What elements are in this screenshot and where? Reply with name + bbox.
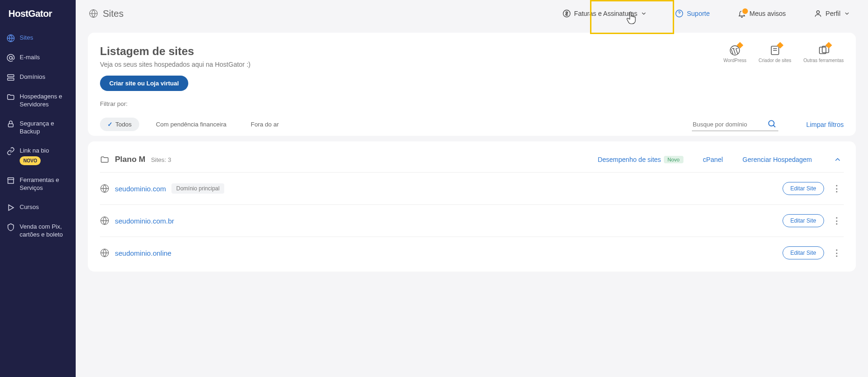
sidebar: HostGator Sites E-mails Domínios Hospeda… [0, 0, 76, 377]
create-site-button[interactable]: Criar site ou Loja virtual [100, 76, 188, 91]
novo-pill: Novo [664, 156, 683, 163]
chip-label: Todos [115, 121, 132, 128]
sidebar-item-label: Hospedagens e Servidores [20, 93, 69, 109]
dollar-icon [562, 9, 571, 18]
sidebar-item-security[interactable]: Segurança e Backup [0, 114, 76, 141]
quick-label: WordPress [724, 58, 747, 63]
plan-manage-link[interactable]: Gerenciar Hospedagem [742, 156, 812, 163]
svg-rect-4 [8, 124, 14, 127]
globe-icon [100, 248, 109, 258]
site-domain-link[interactable]: seudominio.com [115, 185, 166, 193]
chevron-down-icon [844, 10, 850, 17]
sidebar-item-label: Cursos [20, 203, 39, 211]
quick-builder[interactable]: Criador de sites [759, 45, 791, 63]
search-input[interactable] [692, 118, 778, 131]
svg-rect-3 [7, 78, 14, 81]
topnav-label: Suporte [687, 10, 710, 17]
site-domain-link[interactable]: seudominio.com.br [115, 217, 174, 225]
sidebar-item-hosting[interactable]: Hospedagens e Servidores [0, 87, 76, 114]
collapse-button[interactable] [832, 154, 844, 166]
plan-sites-count: Sites: 3 [151, 156, 171, 163]
topnav-label: Perfil [825, 10, 840, 17]
sidebar-item-domains[interactable]: Domínios [0, 68, 76, 87]
help-icon [675, 9, 683, 18]
clear-filters-link[interactable]: Limpar filtros [806, 121, 844, 128]
primary-domain-tag: Domínio principal [171, 183, 224, 194]
filter-chip-pending[interactable]: Com pendência financeira [149, 118, 234, 131]
filter-chip-offline[interactable]: Fora do ar [243, 118, 286, 131]
at-icon [7, 54, 15, 62]
topnav-notices[interactable]: Meus avisos [733, 7, 790, 21]
server-icon [7, 73, 15, 82]
site-domain-link[interactable]: seudominio.online [115, 249, 171, 257]
globe-icon [100, 216, 109, 225]
quick-label: Outras ferramentas [804, 58, 844, 63]
user-icon [814, 9, 822, 18]
topnav-billing[interactable]: Faturas e Assinaturas [558, 7, 652, 21]
globe-icon [7, 34, 15, 42]
plan-header: Plano M Sites: 3 Desempenho de sites Nov… [100, 147, 844, 172]
sidebar-item-label: Ferramentas e Serviços [20, 176, 69, 192]
sidebar-item-courses[interactable]: Cursos [0, 198, 76, 217]
site-row: seudominio.online Editar Site ⋮ [100, 237, 844, 269]
search-icon[interactable] [767, 119, 776, 128]
topnav-label: Meus avisos [749, 10, 786, 17]
quick-other[interactable]: Outras ferramentas [804, 45, 844, 63]
builder-icon [769, 45, 781, 56]
filter-label: Filtrar por: [100, 100, 844, 107]
topbar: Sites Faturas e Assinaturas Suporte Meus… [76, 0, 868, 27]
svg-marker-5 [9, 205, 14, 210]
sidebar-item-tools[interactable]: Ferramentas e Serviços [0, 171, 76, 198]
sidebar-item-sites[interactable]: Sites [0, 28, 76, 48]
sidebar-item-label: Venda com Pix, cartões e boleto [20, 223, 69, 239]
sidebar-item-label: E-mails [20, 54, 40, 62]
edit-site-button[interactable]: Editar Site [783, 214, 824, 227]
sidebar-item-label: Domínios [20, 73, 45, 81]
main-area: Sites Faturas e Assinaturas Suporte Meus… [76, 0, 868, 377]
sidebar-item-sell[interactable]: Venda com Pix, cartões e boleto [0, 217, 76, 244]
tools-icon [818, 45, 829, 56]
globe-outline-icon [89, 9, 98, 18]
globe-icon [100, 184, 109, 193]
row-menu-button[interactable]: ⋮ [830, 248, 844, 258]
sidebar-item-label: Segurança e Backup [20, 120, 69, 136]
plan-cpanel-link[interactable]: cPanel [703, 156, 723, 163]
row-menu-button[interactable]: ⋮ [830, 216, 844, 226]
lock-icon [7, 120, 15, 128]
filter-chip-all[interactable]: ✓ Todos [100, 118, 139, 131]
quick-wordpress[interactable]: WordPress [724, 45, 747, 63]
sidebar-item-label: Link na bio NOVO [20, 147, 49, 166]
listing-heading: Listagem de sites [100, 45, 250, 58]
folder-icon [7, 93, 15, 101]
svg-rect-2 [7, 75, 14, 77]
listing-subtitle: Veja os seus sites hospedados aqui na Ho… [100, 61, 250, 68]
bell-icon [738, 9, 746, 18]
plan-performance-link[interactable]: Desempenho de sites Novo [598, 156, 683, 163]
store-icon [7, 176, 15, 185]
edit-site-button[interactable]: Editar Site [783, 246, 824, 259]
sidebar-item-label: Sites [20, 34, 33, 42]
topnav-support[interactable]: Suporte [670, 7, 714, 21]
check-icon: ✓ [107, 121, 113, 128]
listing-card: Listagem de sites Veja os seus sites hos… [88, 33, 856, 136]
svg-line-15 [773, 125, 775, 127]
link-icon [7, 147, 15, 155]
topnav-label: Faturas e Assinaturas [574, 10, 637, 17]
play-icon [7, 203, 15, 212]
site-row: seudominio.com.br Editar Site ⋮ [100, 204, 844, 237]
sidebar-item-emails[interactable]: E-mails [0, 48, 76, 68]
topnav-profile[interactable]: Perfil [809, 7, 855, 21]
shield-icon [7, 223, 15, 231]
edit-site-button[interactable]: Editar Site [783, 182, 824, 195]
wordpress-icon [729, 45, 740, 56]
plan-name: Plano M [115, 155, 145, 164]
novo-badge: NOVO [20, 156, 41, 165]
plan-card: Plano M Sites: 3 Desempenho de sites Nov… [88, 141, 856, 272]
sidebar-item-linkbio[interactable]: Link na bio NOVO [0, 141, 76, 171]
page-title: Sites [103, 8, 123, 19]
svg-point-1 [9, 56, 12, 59]
brand-logo: HostGator [0, 8, 76, 28]
svg-point-14 [768, 120, 774, 126]
row-menu-button[interactable]: ⋮ [830, 183, 844, 194]
folder-outline-icon [100, 155, 109, 164]
